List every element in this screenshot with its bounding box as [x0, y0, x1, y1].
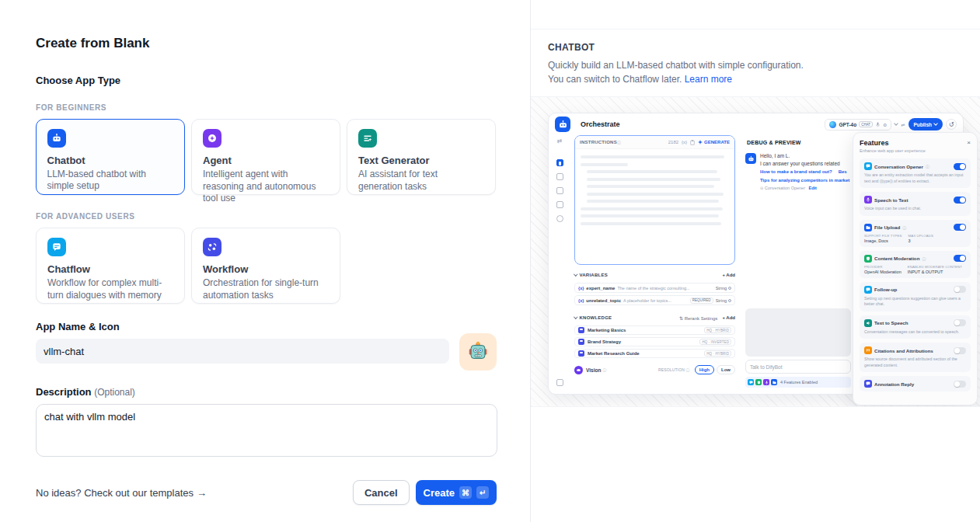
app-type-card-chatbot[interactable]: Chatbot LLM-based chatbot with simple se…	[36, 119, 185, 195]
cmd-key-icon: ⌘	[459, 486, 472, 499]
debug-preview-column: DEBUG & PREVIEW Hello, I am L. I can ans…	[745, 135, 851, 388]
char-count: 2182	[668, 140, 678, 144]
create-button[interactable]: Create ⌘ ↵	[416, 480, 497, 505]
conversation-opener-icon	[748, 379, 754, 385]
app-type-card-chatflow[interactable]: Chatflow Workflow for complex multi-turn…	[36, 228, 185, 304]
preview-config-column: INSTRUCTIONS ⓘ 2182 {x} GENERATE	[574, 135, 735, 376]
card-title: Chatflow	[47, 263, 173, 275]
eye-icon	[728, 299, 731, 302]
app-type-heading: CHATBOT	[548, 42, 980, 53]
variable-row: {x} expert_name The name of the strategi…	[574, 283, 735, 293]
add-variable-button: + Add	[722, 273, 735, 277]
arrow-right-icon: →	[197, 487, 207, 499]
toggle	[954, 224, 966, 231]
cancel-button[interactable]: Cancel	[353, 480, 410, 505]
annotation-icon	[864, 380, 872, 388]
app-name-input[interactable]	[36, 339, 449, 364]
tune-icon: ⇄	[901, 122, 905, 127]
toggle	[954, 255, 966, 262]
app-type-card-agent[interactable]: Agent Intelligent agent with reasoning a…	[191, 119, 340, 195]
app-type-info: CHATBOT Quickly build an LLM-based chatb…	[531, 30, 980, 86]
bot-message: Hello, I am L. I can answer your questio…	[745, 153, 851, 190]
toggle	[954, 286, 966, 293]
knowledge-header: KNOWLEDGE ⇅ Rerank Settings + Add	[574, 312, 735, 323]
card-desc: AI assistant for text generation tasks	[358, 169, 484, 193]
toggle	[954, 319, 966, 326]
feature-item-file-upload: File Upload ⓘ SUPPORT FILE TYPESImage, D…	[860, 220, 971, 247]
document-icon	[578, 350, 584, 357]
optional-hint: (Optional)	[94, 387, 135, 398]
feature-item-content-moderation: Content Moderation ⓘ PROVIDEROpenAI Mode…	[860, 251, 971, 278]
suggestion-link: Tips for analyzing competitors in market	[760, 178, 849, 183]
app-type-card-workflow[interactable]: Workflow Orchestration for single-turn a…	[191, 228, 340, 304]
instructions-label: INSTRUCTIONS	[580, 140, 617, 144]
chat-bubble-icon	[864, 286, 872, 294]
retrieval-badge: HQ · HYBRID	[704, 350, 731, 357]
retrieval-badge: HQ · INVERTED	[699, 339, 731, 345]
model-selector: GPT-4o CHAT ⚙	[825, 119, 891, 130]
suggestion-link: Bes	[839, 169, 847, 174]
features-panel: Features × Enhance web app user experien…	[853, 132, 978, 405]
info-icon: ⓘ	[617, 140, 621, 144]
templates-link[interactable]: No ideas? Check out our templates→	[36, 487, 207, 499]
collapse-icon	[556, 379, 563, 386]
file-upload-icon	[771, 379, 777, 385]
card-desc: Intelligent agent with reasoning and aut…	[203, 169, 329, 205]
app-type-info-panel: CHATBOT Quickly build an LLM-based chatb…	[531, 0, 980, 522]
chatflow-icon	[47, 238, 66, 256]
create-app-dialog: Create from Blank Choose App Type FOR BE…	[0, 0, 980, 522]
rerank-settings-button: ⇅ Rerank Settings	[679, 315, 717, 321]
features-enabled-bar: 4 Features Enabled	[745, 377, 851, 388]
toggle	[954, 347, 966, 354]
card-title: Chatbot	[47, 155, 174, 166]
page-title: Create from Blank	[36, 36, 497, 51]
orchestrate-tab-icon	[556, 159, 563, 166]
document-icon	[578, 339, 584, 345]
chevron-down-icon	[574, 273, 577, 277]
app-type-card-text-generator[interactable]: Text Generator AI assistant for text gen…	[347, 119, 496, 195]
feature-item-annotation-reply: Annotation Reply	[860, 376, 971, 392]
feature-item-text-to-speech: Text to Speech Conversation messages can…	[860, 315, 971, 339]
chat-area-placeholder	[745, 308, 851, 357]
card-desc: LLM-based chatbot with simple setup	[47, 169, 174, 193]
app-type-description: Quickly build an LLM-based chatbot with …	[548, 58, 807, 86]
variable-icon: {x}	[682, 140, 687, 144]
instructions-placeholder	[575, 149, 734, 235]
resolution-low-option: Low	[717, 365, 735, 374]
instructions-panel: INSTRUCTIONS ⓘ 2182 {x} GENERATE	[574, 135, 735, 265]
resolution-high-option: High	[695, 365, 714, 374]
logs-icon	[556, 187, 563, 194]
text-generator-icon	[358, 129, 377, 148]
enter-key-icon: ↵	[476, 486, 489, 499]
suggestion-link: How to make a brand stand out?	[760, 169, 832, 174]
feature-item-speech-to-text: Speech to Text Voice input can be used i…	[860, 192, 971, 216]
toggle	[954, 197, 966, 204]
edit-link: Edit	[809, 186, 817, 190]
app-name-row	[36, 339, 497, 371]
description-label: Description (Optional)	[36, 386, 497, 398]
chevron-down-icon	[895, 121, 899, 126]
chat-input: Talk to DifyBot	[745, 360, 851, 374]
app-robot-icon	[555, 117, 570, 132]
knowledge-row: Brand Strategy HQ · INVERTED	[574, 337, 735, 346]
learn-more-link[interactable]: Learn more	[685, 74, 732, 85]
vision-eye-icon	[574, 366, 583, 374]
eye-icon	[728, 287, 731, 290]
feature-item-conversation-opener: Conversation Opener ⓘ You are an entity …	[860, 158, 971, 188]
folder-icon	[864, 224, 872, 231]
features-title: Features	[860, 139, 889, 147]
debug-preview-label: DEBUG & PREVIEW	[747, 140, 851, 145]
description-textarea[interactable]: chat with vllm model	[36, 404, 497, 457]
publish-button: Publish	[909, 118, 943, 130]
dialog-footer: No ideas? Check out our templates→ Cance…	[36, 480, 497, 505]
info-icon: ⓘ	[602, 367, 606, 372]
bot-avatar	[745, 153, 756, 164]
variable-row: {x} unrelated_topic A placeholder for to…	[574, 295, 735, 305]
app-icon-picker-button[interactable]	[459, 333, 497, 371]
card-desc: Workflow for complex multi-turn dialogue…	[47, 277, 173, 301]
for-advanced-users-label: FOR ADVANCED USERS	[36, 212, 497, 221]
globe-icon	[556, 215, 563, 222]
required-badge: REQUIRED	[690, 298, 713, 304]
variables-header: VARIABLES + Add	[574, 270, 735, 280]
mic-icon	[875, 122, 881, 127]
